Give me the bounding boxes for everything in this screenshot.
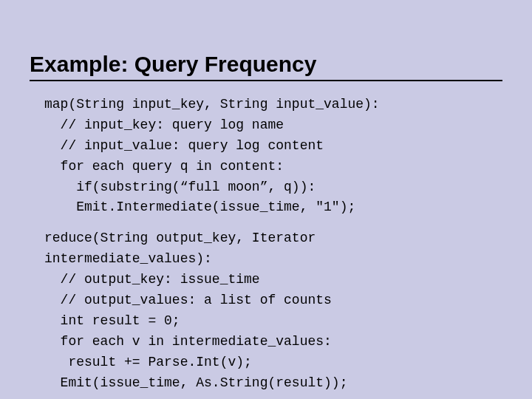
code-line: Emit.Intermediate(issue_time, "1"); (44, 200, 355, 214)
code-line: int result = 0; (44, 313, 180, 328)
code-line: if(substring(“full moon”, q)): (44, 180, 316, 194)
code-line: // output_values: a list of counts (44, 293, 332, 307)
code-line: map(String input_key, String input_value… (44, 97, 380, 112)
code-line: // input_value: query log content (44, 138, 324, 153)
slide-title: Example: Query Frequency (30, 52, 502, 81)
slide: Example: Query Frequency map(String inpu… (0, 0, 532, 399)
code-block: map(String input_key, String input_value… (30, 95, 502, 393)
code-line: result += Parse.Int(v); (44, 355, 252, 369)
code-line: // output_key: issue_time (44, 272, 260, 287)
code-line: intermediate_values): (44, 251, 212, 266)
code-line: Emit(issue_time, As.String(result)); (44, 375, 347, 390)
code-line: for each v in intermediate_values: (44, 334, 332, 349)
code-line: for each query q in content: (44, 159, 284, 174)
code-line: reduce(String output_key, Iterator (44, 231, 316, 245)
code-line: // input_key: query log name (44, 117, 284, 132)
